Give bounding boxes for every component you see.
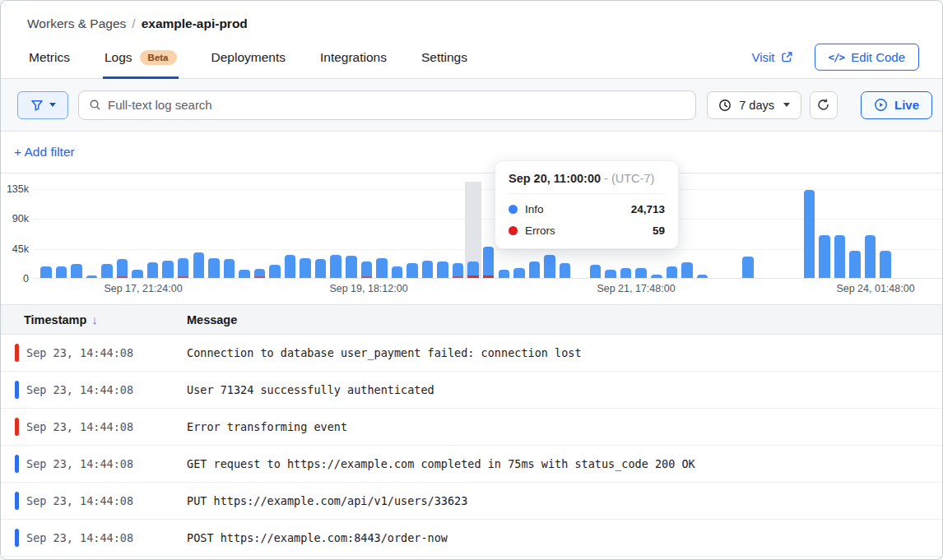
chart-bar[interactable] [86, 275, 98, 278]
chart-bar[interactable] [285, 255, 296, 278]
chart-bar[interactable] [697, 275, 708, 278]
chart-bar[interactable] [422, 261, 434, 278]
filter-dropdown-button[interactable] [17, 91, 68, 119]
log-level-marker-info [15, 381, 19, 399]
edit-code-button[interactable]: </> Edit Code [815, 43, 919, 70]
chart-bar[interactable] [376, 258, 388, 278]
chart-bar[interactable] [834, 235, 846, 278]
tab-metrics[interactable]: Metrics [27, 39, 72, 79]
tab-label: Metrics [29, 50, 70, 65]
y-axis-tick: 0 [1, 273, 29, 285]
live-button[interactable]: Live [861, 91, 932, 119]
tab-settings[interactable]: Settings [420, 39, 469, 79]
table-row[interactable]: Sep 23, 14:44:08 PUT https://example.com… [1, 483, 942, 520]
tab-label: Settings [421, 50, 467, 65]
errors-dot-icon [509, 226, 518, 235]
chart-bar[interactable] [392, 266, 403, 278]
chart-bar[interactable] [880, 251, 891, 278]
live-label: Live [894, 98, 919, 112]
chart-bar[interactable] [300, 258, 311, 278]
table-row[interactable]: Sep 23, 14:44:08 Error transforming even… [1, 409, 942, 446]
search-icon [89, 99, 101, 111]
chart-bar[interactable] [467, 261, 479, 278]
log-message: Error transforming event [187, 420, 347, 433]
chart-bar[interactable] [651, 275, 662, 278]
chart-bar[interactable] [667, 266, 678, 278]
log-message: PUT https://example.com/api/v1/users/336… [187, 494, 467, 507]
chart-bar[interactable] [315, 259, 327, 278]
chart-bar[interactable] [147, 262, 159, 278]
chart-bar[interactable] [178, 258, 189, 278]
log-level-marker-error [15, 344, 19, 362]
x-axis-tick: Sep 19, 18:12:00 [329, 283, 407, 294]
chart-bar[interactable] [453, 263, 464, 278]
chart-bar[interactable] [804, 190, 815, 278]
chart-bar[interactable] [544, 255, 555, 278]
log-level-marker-info [15, 455, 19, 473]
chart-bar[interactable] [56, 266, 67, 278]
visit-label: Visit [751, 49, 774, 63]
table-row[interactable]: Sep 23, 14:44:08 GET request to https://… [1, 446, 942, 483]
chart-bar[interactable] [499, 270, 510, 278]
tooltip-series-value: 24,713 [631, 203, 665, 215]
chart-bar[interactable] [330, 255, 341, 278]
y-axis-tick: 135k [1, 183, 29, 195]
chart-bar[interactable] [117, 259, 128, 278]
chart-bar[interactable] [101, 264, 113, 278]
chart-bar[interactable] [483, 247, 495, 278]
refresh-button[interactable] [810, 91, 838, 119]
chart-bar[interactable] [346, 256, 357, 278]
add-filter-button[interactable]: + Add filter [14, 145, 75, 160]
log-timestamp: Sep 23, 14:44:08 [26, 457, 187, 470]
chart-bar[interactable] [590, 265, 602, 278]
breadcrumb-separator: / [132, 16, 135, 30]
chart-bar-error-segment [453, 276, 464, 278]
chart-bar[interactable] [560, 263, 571, 278]
chart-bar[interactable] [406, 263, 418, 278]
chart-bar[interactable] [193, 252, 205, 278]
tooltip-series-label: Info [525, 203, 544, 215]
chart-bar[interactable] [865, 235, 876, 278]
tab-logs[interactable]: LogsBeta [103, 39, 179, 79]
chart-bar-error-segment [117, 276, 128, 278]
chart-bar[interactable] [361, 261, 373, 278]
chart-bar[interactable] [849, 251, 861, 278]
chart-bar[interactable] [71, 264, 82, 278]
chart-bar[interactable] [162, 261, 174, 278]
log-table: Timestamp ↓ Message Sep 23, 14:44:08 Con… [1, 304, 942, 557]
chart-bar[interactable] [224, 259, 235, 278]
table-row[interactable]: Sep 23, 14:44:08 POST https://example.co… [1, 520, 942, 557]
code-icon: </> [829, 50, 845, 62]
time-range-dropdown[interactable]: 7 days [707, 91, 801, 119]
search-input[interactable] [108, 98, 685, 112]
chart-bar[interactable] [742, 257, 754, 278]
chart-bar[interactable] [269, 265, 281, 278]
log-message: User 71324 successfully authenticated [187, 383, 434, 396]
chart-bar[interactable] [819, 235, 830, 278]
table-row[interactable]: Sep 23, 14:44:08 Connection to database … [1, 335, 942, 372]
chart-bar[interactable] [239, 270, 250, 278]
funnel-icon [30, 99, 44, 112]
chart-bar[interactable] [513, 268, 525, 278]
search-box [78, 90, 696, 120]
chart-bar[interactable] [40, 266, 52, 278]
chart-bar[interactable] [437, 261, 448, 278]
chart-bar-error-segment [254, 276, 266, 278]
breadcrumb-current: example-api-prod [142, 16, 248, 30]
log-level-marker-info [15, 529, 19, 547]
chart-bar[interactable] [635, 268, 647, 278]
column-header-timestamp[interactable]: Timestamp ↓ [1, 312, 187, 326]
table-row[interactable]: Sep 23, 14:44:08 User 71324 successfully… [1, 372, 942, 409]
chart-plot-area[interactable] [34, 189, 942, 279]
chart-bar[interactable] [208, 258, 220, 278]
chart-bar[interactable] [681, 262, 693, 278]
chart-bar[interactable] [254, 269, 266, 278]
breadcrumb-parent[interactable]: Workers & Pages [27, 16, 126, 30]
chart-bar[interactable] [605, 270, 616, 278]
chart-bar[interactable] [529, 261, 541, 278]
tab-deployments[interactable]: Deployments [210, 39, 287, 79]
tab-integrations[interactable]: Integrations [318, 39, 388, 79]
visit-link[interactable]: Visit [751, 49, 792, 63]
chart-bar[interactable] [132, 270, 143, 278]
chart-bar[interactable] [620, 268, 632, 278]
